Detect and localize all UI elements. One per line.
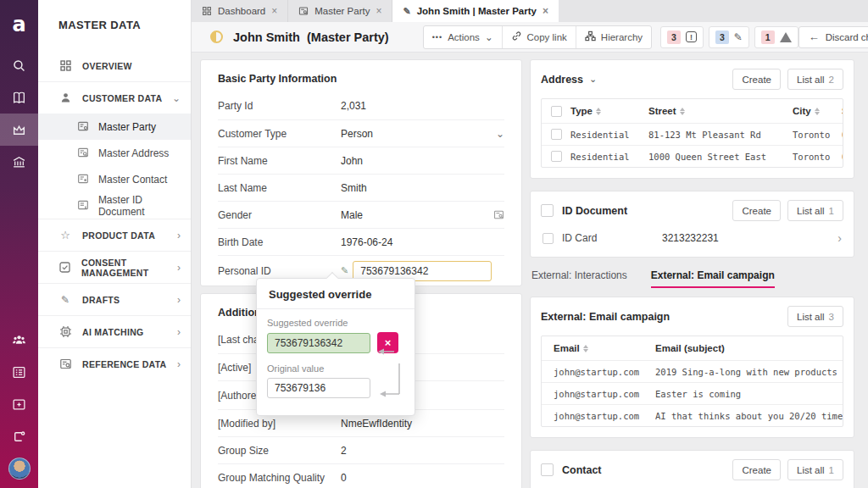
contact-list-all-button[interactable]: List all 1	[787, 459, 843, 480]
contact-create-button[interactable]: Create	[732, 459, 781, 480]
select-all-checkbox[interactable]	[551, 106, 562, 117]
tasks-list-icon[interactable]	[0, 356, 38, 388]
field-value: 0	[341, 472, 504, 484]
field-label: Group Matching Quality	[218, 472, 341, 484]
glossary-bank-icon[interactable]	[0, 146, 38, 178]
catalog-book-icon[interactable]	[0, 81, 38, 114]
field-value: 2,031	[341, 100, 504, 112]
popup-body: Suggested override × Original value	[257, 309, 415, 415]
tab-john-smith-master-party[interactable]: ✎ John Smith | Master Party ×	[392, 0, 559, 22]
field-value[interactable]: Male	[341, 209, 493, 221]
sort-icon[interactable]	[596, 108, 601, 115]
table-row[interactable]: john@startup.com 2019 Sing-a-long with n…	[542, 360, 843, 382]
field-value[interactable]: 1976-06-24	[341, 236, 504, 248]
address-list-all-button[interactable]: List all 2	[787, 69, 843, 90]
basic-party-information-card: Basic Party Information Party Id 2,031 C…	[200, 59, 522, 286]
cell-state: Ontario	[842, 130, 843, 140]
sidebar-item-customer-data[interactable]: CUSTOMER DATA ⌄	[38, 82, 191, 114]
user-avatar[interactable]	[8, 458, 31, 480]
contact-checkbox[interactable]	[541, 463, 554, 476]
column-header[interactable]: Street	[648, 106, 676, 116]
mdm-crown-icon[interactable]	[0, 114, 38, 146]
id-document-create-button[interactable]: Create	[732, 200, 781, 221]
field-value[interactable]: Smith	[341, 182, 504, 194]
field-value[interactable]: John	[341, 155, 504, 167]
chevron-down-icon: ⌄	[172, 93, 181, 103]
sidebar-item-overview[interactable]: OVERVIEW	[38, 50, 191, 81]
table-row[interactable]: Residential 81-123 Mt Pleasant Rd Toront…	[542, 123, 843, 145]
row-checkbox[interactable]	[542, 233, 554, 244]
sort-icon[interactable]	[583, 345, 588, 352]
cell-street: 81-123 Mt Pleasant Rd	[648, 130, 793, 140]
sort-icon[interactable]	[815, 108, 820, 115]
field-label: Party Id	[218, 100, 341, 112]
sidebar-item-master-party[interactable]: Master Party	[38, 114, 191, 140]
search-icon[interactable]	[0, 49, 38, 81]
sidebar-item-ai-matching[interactable]: AI MATCHING ›	[38, 316, 191, 347]
list-all-count: 1	[829, 465, 834, 475]
chevron-right-icon: ›	[177, 295, 181, 305]
grid-icon	[58, 59, 72, 73]
tab-external-interactions[interactable]: External: Interactions	[531, 269, 627, 288]
id-document-checkbox[interactable]	[541, 204, 554, 217]
profile-contact-icon[interactable]	[0, 420, 38, 452]
popup-title: Suggested override	[257, 279, 415, 309]
original-value-input[interactable]	[267, 378, 370, 398]
column-header[interactable]: Type	[570, 106, 593, 116]
column-header[interactable]: State	[842, 106, 843, 116]
reject-override-button[interactable]: ×	[377, 332, 398, 353]
suggested-override-input[interactable]	[267, 333, 370, 353]
sort-icon[interactable]	[680, 108, 685, 115]
id-document-list-all-button[interactable]: List all 1	[787, 200, 843, 221]
sidebar-item-master-id-document[interactable]: Master ID Document	[38, 192, 191, 219]
chevron-right-icon[interactable]: ›	[837, 231, 842, 245]
sidebar-item-master-contact[interactable]: Master Contact	[38, 166, 191, 192]
chevron-down-icon[interactable]: ⌄	[496, 128, 504, 140]
tab-external-email-campaign[interactable]: External: Email campaign	[651, 269, 775, 288]
row-checkbox[interactable]	[551, 151, 562, 162]
address-create-button[interactable]: Create	[732, 69, 781, 90]
table-person-icon	[77, 120, 90, 133]
hierarchy-button[interactable]: Hierarchy	[576, 26, 651, 48]
table-row[interactable]: Residential 1000 Queen Street East Toron…	[542, 145, 843, 167]
sidebar-item-reference-data[interactable]: REFERENCE DATA ›	[38, 348, 191, 380]
sidebar-item-product-data[interactable]: ☆ PRODUCT DATA ›	[38, 219, 191, 251]
sidebar-item-drafts[interactable]: ✎ DRAFTS ›	[38, 284, 191, 315]
tab-master-party[interactable]: Master Party ×	[288, 0, 392, 22]
email-campaign-list-all-button[interactable]: List all 3	[787, 306, 843, 327]
column-header[interactable]: City	[793, 106, 811, 116]
people-group-icon[interactable]	[0, 324, 38, 356]
sidebar-item-consent-management[interactable]: CONSENT MANAGEMENT ›	[38, 252, 191, 283]
sidebar-item-label: CUSTOMER DATA	[82, 93, 162, 103]
list-all-count: 2	[829, 75, 834, 85]
actions-button[interactable]: ••• Actions ⌄	[424, 26, 503, 48]
brand-logo[interactable]: a	[0, 0, 38, 49]
tab-label: Master Party	[314, 6, 370, 16]
customer-type-select[interactable]: Person	[341, 128, 496, 140]
close-icon[interactable]: ×	[542, 5, 548, 17]
column-header[interactable]: Email	[554, 343, 580, 353]
lookup-icon[interactable]	[493, 209, 504, 220]
list-item[interactable]: ID Card 3213232231 ›	[531, 230, 854, 257]
edits-badge[interactable]: 3 ✎	[709, 26, 749, 48]
column-header[interactable]: Email (subject)	[655, 343, 725, 353]
sidebar-item-label: Master Address	[98, 147, 169, 159]
chevron-down-icon[interactable]: ⌄	[589, 74, 597, 85]
table-lines-icon	[77, 199, 90, 212]
rail-bottom-group	[0, 324, 38, 488]
cell-city: Toronto	[793, 130, 842, 140]
address-card: Address ⌄ Create List all 2 Type	[530, 59, 854, 179]
copy-link-button[interactable]: Copy link	[503, 26, 576, 48]
record-status-icon	[210, 30, 223, 43]
row-checkbox[interactable]	[551, 129, 562, 140]
tab-dashboard[interactable]: Dashboard ×	[192, 0, 288, 22]
table-row[interactable]: john@startup.com Easter is coming	[542, 382, 843, 404]
table-row[interactable]: john@startup.com AI that thinks about yo…	[542, 404, 843, 426]
issues-badge[interactable]: 3 !	[660, 26, 704, 48]
warnings-badge[interactable]: 1	[754, 26, 798, 48]
discard-changes-button[interactable]: ← Discard changes	[798, 26, 868, 48]
close-icon[interactable]: ×	[271, 5, 277, 17]
card-add-icon[interactable]	[0, 388, 38, 420]
close-icon[interactable]: ×	[376, 5, 381, 17]
sidebar-item-master-address[interactable]: Master Address	[38, 140, 191, 166]
